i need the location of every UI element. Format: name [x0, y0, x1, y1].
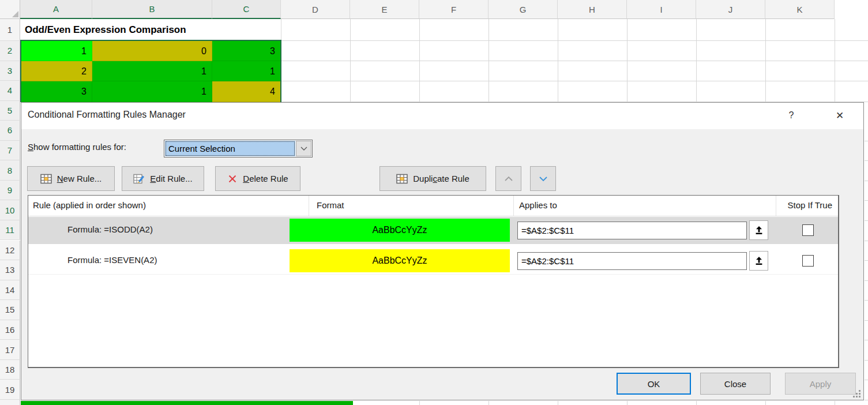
cell-b3[interactable]: 1 — [92, 61, 212, 81]
row-header-19[interactable]: 19 — [0, 380, 20, 400]
new-rule-button[interactable]: New Rule... — [27, 166, 115, 191]
row-header-9[interactable]: 9 — [0, 181, 20, 201]
cell-c2[interactable]: 3 — [212, 41, 281, 61]
gridline — [281, 61, 868, 61]
cell-a3[interactable]: 2 — [20, 61, 92, 81]
cell-b4[interactable]: 1 — [92, 81, 212, 102]
gridline — [865, 220, 868, 221]
gridline — [865, 160, 868, 161]
show-rules-for-combobox[interactable]: Current Selection — [164, 140, 313, 158]
cell-a2[interactable]: 1 — [20, 41, 92, 61]
combobox-selected-value[interactable]: Current Selection — [165, 141, 295, 156]
column-header-g[interactable]: G — [489, 0, 558, 19]
cell-a4[interactable]: 3 — [20, 81, 92, 102]
gridline — [865, 360, 868, 361]
rule-description: Formula: =ISODD(A2) — [67, 224, 153, 234]
close-button[interactable]: Close — [700, 373, 771, 395]
gridline — [865, 141, 868, 141]
column-separator — [776, 196, 776, 216]
column-header-e[interactable]: E — [350, 0, 419, 19]
column-header-c[interactable]: C — [212, 0, 281, 19]
rules-list: Rule (applied in order shown) Format App… — [28, 195, 839, 368]
excel-screen: ABCDEFGHIJK 1234567891011121314151617181… — [0, 0, 868, 405]
gridline — [865, 300, 868, 301]
column-header-j[interactable]: J — [696, 0, 765, 19]
column-header-format: Format — [317, 200, 344, 210]
row-header-20[interactable]: 20 — [0, 400, 20, 405]
collapse-dialog-button[interactable] — [749, 220, 768, 240]
collapse-dialog-arrow-icon — [754, 256, 764, 265]
move-rule-down-button[interactable] — [530, 166, 556, 191]
rule-row[interactable]: Formula: =ISEVEN(A2)AaBbCcYyZz — [28, 247, 838, 275]
row-header-7[interactable]: 7 — [0, 141, 20, 161]
column-header-h[interactable]: H — [558, 0, 627, 19]
collapse-dialog-arrow-icon — [754, 226, 764, 235]
row20-clipped-cells — [21, 401, 353, 405]
edit-rule-button[interactable]: Edit Rule... — [122, 166, 204, 191]
gridline — [696, 401, 697, 405]
cell-b2[interactable]: 0 — [92, 41, 212, 61]
format-preview: AaBbCcYyZz — [290, 219, 510, 242]
apply-button[interactable]: Apply — [785, 373, 856, 395]
column-header-applies-to: Applies to — [519, 200, 557, 210]
column-header-i[interactable]: I — [627, 0, 696, 19]
help-button[interactable]: ? — [784, 108, 799, 123]
select-all-corner[interactable] — [0, 0, 20, 19]
cell-c3[interactable]: 1 — [212, 61, 281, 81]
row-header-11[interactable]: 11 — [0, 220, 20, 241]
duplicate-rule-button[interactable]: Duplicate Rule — [379, 166, 486, 191]
row-header-10[interactable]: 10 — [0, 200, 20, 220]
row-header-12[interactable]: 12 — [0, 241, 20, 261]
gridline — [865, 260, 868, 261]
rules-list-header: Rule (applied in order shown) Format App… — [28, 196, 838, 216]
row-header-2[interactable]: 2 — [0, 41, 20, 61]
label-text: how formatting rules for: — [33, 142, 126, 152]
row-header-13[interactable]: 13 — [0, 260, 20, 280]
combobox-dropdown-button[interactable] — [296, 141, 311, 156]
button-label: Delete Rule — [243, 174, 288, 183]
help-icon: ? — [789, 110, 794, 121]
gridline — [419, 401, 420, 405]
gridline — [865, 380, 868, 380]
button-label: New Rule... — [57, 174, 102, 183]
column-separator — [309, 196, 309, 216]
move-rule-up-button[interactable] — [495, 166, 521, 191]
row-header-5[interactable]: 5 — [0, 101, 20, 121]
column-header-stop-if-true: Stop If True — [787, 200, 832, 210]
dialog-close-button[interactable]: ✕ — [832, 108, 847, 123]
gridline — [489, 401, 489, 405]
delete-rule-button[interactable]: Delete Rule — [215, 166, 300, 191]
column-header-a[interactable]: A — [20, 0, 92, 19]
row-header-17[interactable]: 17 — [0, 340, 20, 360]
column-header-b[interactable]: B — [92, 0, 212, 19]
row-header-4[interactable]: 4 — [0, 81, 20, 101]
stop-if-true-checkbox[interactable] — [802, 224, 814, 236]
show-formatting-rules-label: Show formatting rules for: — [28, 142, 126, 152]
row-header-16[interactable]: 16 — [0, 320, 20, 340]
cell-c4[interactable]: 4 — [212, 81, 281, 102]
row-header-1[interactable]: 1 — [0, 19, 20, 41]
format-preview: AaBbCcYyZz — [290, 249, 510, 272]
row-header-3[interactable]: 3 — [0, 61, 20, 81]
chevron-down-icon — [539, 176, 548, 182]
collapse-dialog-button[interactable] — [749, 251, 768, 271]
dialog-titlebar[interactable]: Conditional Formatting Rules Manager ? ✕ — [21, 103, 863, 129]
stop-if-true-checkbox[interactable] — [802, 255, 814, 267]
applies-to-input[interactable] — [517, 222, 747, 239]
applies-to-input[interactable] — [517, 252, 747, 270]
gridline — [558, 401, 558, 405]
gridline — [627, 401, 627, 405]
row-header-8[interactable]: 8 — [0, 160, 20, 181]
table-grid-icon — [396, 174, 408, 184]
ok-button[interactable]: OK — [617, 373, 691, 395]
cell-a1-title[interactable]: Odd/Even Expression Comparison — [21, 19, 281, 40]
column-header-d[interactable]: D — [281, 0, 350, 19]
row-header-18[interactable]: 18 — [0, 360, 20, 380]
row-header-14[interactable]: 14 — [0, 280, 20, 301]
row-header-15[interactable]: 15 — [0, 300, 20, 320]
column-header-f[interactable]: F — [419, 0, 489, 19]
row-header-6[interactable]: 6 — [0, 121, 20, 141]
rule-row[interactable]: Formula: =ISODD(A2)AaBbCcYyZz — [28, 217, 838, 244]
column-header-k[interactable]: K — [765, 0, 835, 19]
resize-grip[interactable] — [852, 389, 861, 397]
